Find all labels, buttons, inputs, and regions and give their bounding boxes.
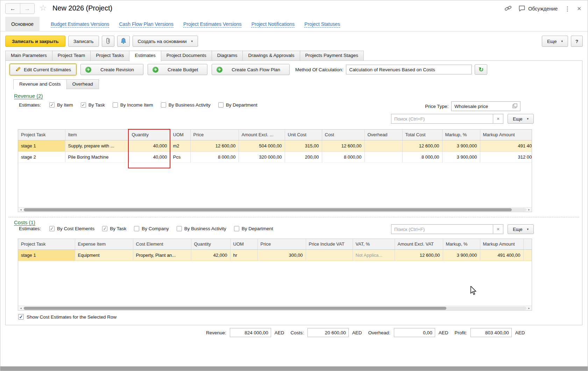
hscrollbar-thumb[interactable] [24,307,446,310]
tab-estimates[interactable]: Estimates [129,51,161,61]
grid-cell[interactable]: stage 2 [18,151,65,162]
save-and-close-button[interactable]: Записать и закрыть [5,36,65,47]
tab-projects-payment-stages[interactable]: Projects Payment Stages [300,51,364,60]
column-header-cost[interactable]: Cost [322,130,364,140]
column-header-quantity[interactable]: Quantity [191,239,230,249]
column-header-uom[interactable]: UOM [170,130,190,140]
grid-cell[interactable]: 491 400,00 [480,249,523,261]
nav-tab-main[interactable]: Основное [5,17,40,31]
select-open-icon[interactable] [512,103,517,109]
edit-current-estimates-button[interactable]: Edit Current Estimates [10,64,76,75]
method-of-calculation-field[interactable]: Calculation of Revenues Based on Costs [346,65,472,74]
scroll-left-icon[interactable]: ◂ [19,306,22,311]
grid-cell[interactable]: Property, Plant an... [133,249,191,261]
create-revision-button[interactable]: + Create Revision [80,64,143,75]
grid-cell[interactable]: hr [230,249,257,261]
column-header-markup-amount[interactable]: Markup Amount [480,130,532,140]
grid-cell[interactable]: 491 400,00 [480,140,532,151]
grid-cell[interactable]: 12 600,00 [190,140,239,151]
checkbox-by-department[interactable]: By Department [218,102,257,108]
tab-project-tasks[interactable]: Project Tasks [90,51,129,60]
discussion-button[interactable]: Обсуждение [518,5,558,13]
column-header-price-include-vat[interactable]: Price Include VAT [306,239,353,249]
back-button[interactable]: ← [6,3,20,14]
column-header-total-cost[interactable]: Total Cost [402,130,442,140]
grid-cell[interactable]: 8 000,00 [190,151,239,162]
tab-overhead[interactable]: Overhead [66,79,99,89]
checkbox-by-company[interactable]: By Company [134,226,169,231]
grid-cell[interactable]: stage 1 [18,140,65,151]
nav-link-project-statuses[interactable]: Project Statuses [304,21,340,27]
table-row-stage-1[interactable]: stage 1Supply, prepare with ...40,000m21… [18,140,532,151]
forward-button[interactable]: → [20,3,34,14]
grid-cell[interactable]: 315,00 [285,140,322,151]
grid-cell[interactable] [364,140,402,151]
column-header-amount-excl-vat[interactable]: Amount Excl. VAT [395,239,443,249]
checkbox-by-task[interactable]: ✓By Task [81,102,105,108]
grid-cell[interactable]: 200,00 [285,151,322,162]
grid-cell[interactable]: m2 [170,140,190,151]
kebab-menu-icon[interactable]: ⋮ [564,5,570,13]
grid-cell[interactable] [306,249,353,261]
scroll-right-icon[interactable]: ▸ [527,208,531,212]
refresh-button[interactable]: ↻ [475,64,487,75]
tab-drawings-approvals[interactable]: Drawings & Approvals [242,51,300,60]
close-icon[interactable]: ✕ [577,6,581,12]
grid-cell[interactable]: 12 600,00 [402,140,442,151]
checkbox-by-business-activity[interactable]: By Business Activity [177,226,226,231]
grid-cell[interactable]: Pcs [170,151,190,162]
column-header-project-task[interactable]: Project Task [18,239,75,249]
column-header-markup-amount[interactable]: Markup Amount [480,239,523,249]
hscrollbar-thumb[interactable] [24,208,512,211]
revenue-section-link[interactable]: Revenue (2) [14,93,43,99]
grid-cell[interactable]: 312 000,00 [480,151,532,162]
table-row-stage-2[interactable]: stage 2Pile Boring Machine40,000Pcs8 000… [18,151,532,162]
grid-cell[interactable]: 40,000 [129,151,170,162]
link-icon[interactable] [504,5,512,13]
grid-cell[interactable]: 42,000 [191,249,230,261]
grid-cell[interactable]: 320 000,00 [239,151,285,162]
create-based-on-button[interactable]: Создать на основании ▾ [133,36,198,47]
create-budget-button[interactable]: + Create Budget [148,64,207,75]
column-header-cost-element[interactable]: Cost Element [133,239,191,249]
grid-cell[interactable] [364,151,402,162]
checkbox-by-business-activity[interactable]: By Business Activity [161,102,211,108]
tab-project-team[interactable]: Project Team [52,51,91,60]
grid-cell[interactable] [523,249,532,261]
scrollbar-track[interactable] [23,208,526,211]
search-input[interactable] [391,114,493,124]
tab-project-documents[interactable]: Project Documents [161,51,212,60]
more-button[interactable]: Еще ▾ [542,36,568,47]
column-header-markup[interactable]: Markup, % [443,239,480,249]
column-header-item[interactable]: Item [65,130,129,140]
save-button[interactable]: Записать [68,36,99,47]
grid-cell[interactable]: stage 1 [18,249,75,261]
grid-cell[interactable]: 12 600,00 [322,140,364,151]
grid-cell[interactable]: 3 900,000 [442,140,480,151]
nav-link-project-estimates-versions[interactable]: Project Estimates Versions [183,21,242,27]
horizontal-scrollbar[interactable]: ◂ ▸ [18,306,532,310]
grid-cell[interactable]: 3 900,000 [443,249,480,261]
checkbox-by-task[interactable]: ✓By Task [102,226,126,231]
grid-cell[interactable]: 40,000 [129,140,170,151]
column-header-price[interactable]: Price [190,130,239,140]
create-cash-flow-plan-button[interactable]: + Create Cash Flow Plan [212,64,290,75]
grid-cell[interactable]: Not Applica... [353,249,395,261]
column-header-uom[interactable]: UOM [230,239,257,249]
help-button[interactable]: ? [571,36,583,47]
table-row-stage-1[interactable]: stage 1EquipmentProperty, Plant an...42,… [18,249,532,261]
column-header-blank[interactable] [523,239,532,249]
nav-link-project-notifications[interactable]: Project Notifications [252,21,295,27]
scroll-left-icon[interactable]: ◂ [19,208,22,212]
attach-button[interactable] [102,36,114,47]
grid-cell[interactable]: Equipment [75,249,133,261]
scroll-right-icon[interactable]: ▸ [527,306,531,311]
column-header-expense-item[interactable]: Expense Item [75,239,133,249]
column-header-markup[interactable]: Markup, % [442,130,480,140]
price-type-field[interactable]: Wholesale price [451,101,520,111]
grid-cell[interactable]: 504 000,00 [239,140,285,151]
grid-cell[interactable]: 3 900,000 [442,151,480,162]
search-input[interactable] [391,224,493,234]
scrollbar-track[interactable] [23,307,526,310]
grid-cell[interactable]: 300,00 [257,249,306,261]
